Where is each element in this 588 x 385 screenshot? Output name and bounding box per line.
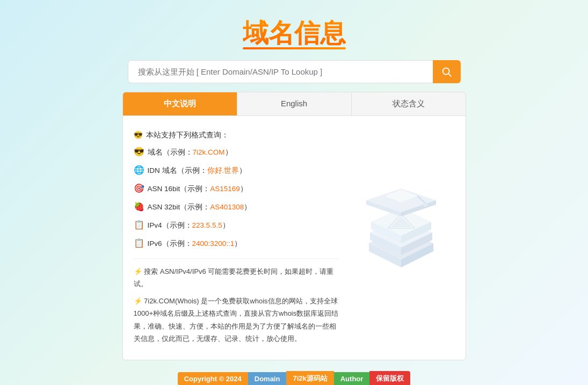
item-row-ipv6: 📋 IPv6（示例：2400:3200::1） [134,235,339,252]
ipv4-icon: 📋 [134,216,144,234]
ipv4-link[interactable]: 223.5.5.5 [192,221,222,229]
ipv6-text: IPv6（示例：2400:3200::1） [148,236,242,251]
content-panel: 😎 本站支持下列格式查询： 😎 域名（示例：7i2k.COM） 🌐 IDN 域名… [122,115,466,360]
search-input[interactable] [128,60,433,83]
text-content: 😎 本站支持下列格式查询： 😎 域名（示例：7i2k.COM） 🌐 IDN 域名… [134,127,339,349]
asn16-text: ASN 16bit（示例：AS15169） [148,181,248,196]
search-button[interactable] [433,60,461,83]
footer-domain-label: Domain [248,372,287,385]
search-bar [128,60,461,83]
main-container: 中文说明 English 状态含义 😎 本站支持下列格式查询： 😎 域名（示例：… [122,92,466,360]
item-row-asn16: 🎯 ASN 16bit（示例：AS15169） [134,180,339,197]
tab-english[interactable]: English [237,92,352,115]
footer-site-name: 7i2k源码站 [286,371,333,385]
footer: Copyright © 2024 Domain 7i2k源码站 Author 保… [178,371,411,385]
intro-icon: 😎 [134,128,143,142]
tabs: 中文说明 English 状态含义 [122,92,466,115]
domain-text: 域名（示例：7i2k.COM） [148,145,233,159]
tip2-text: ⚡ 7i2k.COM(Whois) 是一个免费获取whois信息的网站，支持全球… [134,295,339,345]
item-row-asn32: 🍓 ASN 32bit（示例：AS401308） [134,198,339,215]
footer-author-label: Author [334,372,370,385]
asn32-link[interactable]: AS401308 [210,203,244,211]
footer-copyright: Copyright © 2024 [178,372,248,385]
search-icon [441,66,453,78]
asn32-icon: 🍓 [134,198,144,215]
tip1-row: ⚡ 搜索 ASN/IPv4/IPv6 可能需要花费更长时间，如果超时，请重试。 [134,265,339,290]
idn-text: IDN 域名（示例：你好.世界） [148,163,247,178]
tab-chinese[interactable]: 中文说明 [123,92,237,115]
isometric-illustration [353,184,449,292]
intro-text: 本站支持下列格式查询： [146,128,229,142]
domain-link[interactable]: 7i2k.COM [193,148,225,156]
ipv6-link[interactable]: 2400:3200::1 [192,239,235,248]
illustration [347,127,455,349]
logo-area: 域名信息 [243,16,346,49]
asn16-link[interactable]: AS15169 [210,185,240,193]
footer-rights: 保留版权 [369,371,410,385]
idn-icon: 🌐 [134,162,144,179]
item-row-idn: 🌐 IDN 域名（示例：你好.世界） [134,162,339,179]
tip1-text: ⚡ 搜索 ASN/IPv4/IPv6 可能需要花费更长时间，如果超时，请重试。 [134,265,339,290]
asn16-icon: 🎯 [134,180,144,197]
item-row-domain: 😎 域名（示例：7i2k.COM） [134,143,339,161]
site-logo: 域名信息 [243,16,346,50]
intro-row: 😎 本站支持下列格式查询： [134,128,339,142]
ipv6-icon: 📋 [134,235,144,252]
tab-status[interactable]: 状态含义 [352,92,466,115]
domain-icon: 😎 [134,143,144,161]
tip2-row: ⚡ 7i2k.COM(Whois) 是一个免费获取whois信息的网站，支持全球… [134,295,339,345]
asn32-text: ASN 32bit（示例：AS401308） [148,200,252,214]
item-row-ipv4: 📋 IPv4（示例：223.5.5.5） [134,216,339,234]
tips-section: ⚡ 搜索 ASN/IPv4/IPv6 可能需要花费更长时间，如果超时，请重试。 … [134,258,339,345]
svg-point-14 [423,202,427,207]
idn-link[interactable]: 你好.世界 [207,166,239,175]
ipv4-text: IPv4（示例：223.5.5.5） [148,218,230,233]
